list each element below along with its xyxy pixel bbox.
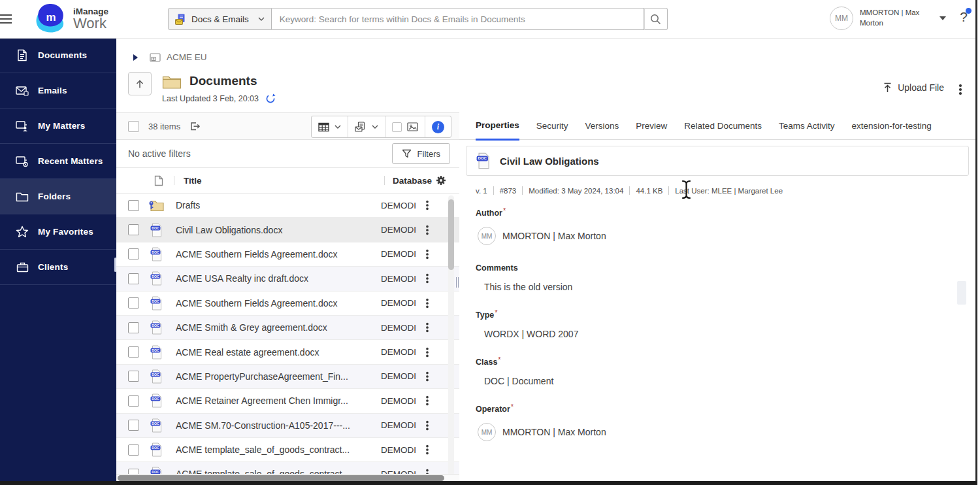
column-header-title[interactable]: Title bbox=[184, 176, 202, 186]
row-database: DEMODI bbox=[381, 396, 421, 406]
list-vertical-scrollbar[interactable] bbox=[448, 195, 454, 477]
row-menu-button[interactable] bbox=[423, 224, 432, 235]
row-title[interactable]: Civil Law Obligations.docx bbox=[176, 225, 367, 235]
row-menu-button[interactable] bbox=[423, 273, 432, 284]
row-menu-button[interactable] bbox=[423, 395, 432, 406]
export-icon[interactable] bbox=[189, 121, 201, 131]
doc-email-view-dropdown[interactable] bbox=[348, 116, 385, 137]
breadcrumb-label[interactable]: ACME EU bbox=[167, 52, 207, 62]
filters-button[interactable]: Filters bbox=[392, 143, 450, 164]
table-row[interactable]: DOC ACME Smith & Grey agreement.docx DEM… bbox=[116, 316, 459, 340]
preview-checkbox[interactable] bbox=[392, 122, 402, 132]
sidebar-item-recent-matters[interactable]: Recent Matters bbox=[0, 144, 116, 179]
user-menu-caret-icon[interactable] bbox=[939, 16, 946, 20]
column-header-database[interactable]: Database bbox=[393, 176, 432, 186]
panel-resize-handle[interactable] bbox=[456, 277, 463, 288]
search-scope-dropdown[interactable]: Docs & Emails bbox=[168, 8, 272, 30]
row-checkbox[interactable] bbox=[128, 346, 139, 358]
header-more-menu-button[interactable] bbox=[956, 84, 965, 95]
row-menu-button[interactable] bbox=[423, 420, 432, 431]
tab-preview[interactable]: Preview bbox=[636, 112, 667, 139]
table-row[interactable]: DOC ACME USA Realty inc draft.docx DEMOD… bbox=[116, 267, 459, 291]
avatar: MM bbox=[478, 227, 496, 245]
row-menu-button[interactable] bbox=[423, 371, 432, 382]
table-row[interactable]: DOC ACME template_sale_of_goods_contract… bbox=[116, 438, 459, 462]
scrollbar-thumb[interactable] bbox=[448, 199, 454, 270]
hamburger-menu-icon[interactable] bbox=[0, 12, 12, 22]
search-input[interactable] bbox=[272, 8, 644, 30]
row-title[interactable]: ACME USA Realty inc draft.docx bbox=[176, 273, 367, 284]
help-button[interactable]: ? bbox=[960, 9, 968, 25]
row-menu-button[interactable] bbox=[423, 322, 432, 333]
row-title[interactable]: ACME Southern Fields Agreement.docx bbox=[176, 249, 367, 259]
row-title[interactable]: ACME SM.70-Construction-A105-2017---... bbox=[176, 420, 367, 431]
row-database: DEMODI bbox=[381, 420, 421, 430]
row-checkbox[interactable] bbox=[128, 395, 139, 407]
sidebar-item-emails[interactable]: Emails bbox=[0, 73, 116, 109]
info-toggle[interactable]: i bbox=[425, 116, 451, 137]
table-row[interactable]: DOC ACME Real estate agreement.docx DEMO… bbox=[116, 340, 459, 364]
breadcrumb: ACME EU bbox=[133, 52, 207, 62]
row-checkbox[interactable] bbox=[128, 248, 139, 259]
row-menu-button[interactable] bbox=[423, 346, 432, 357]
brand-imanage: iManage bbox=[73, 7, 108, 16]
tab-extension-for-testing[interactable]: extension-for-testing bbox=[851, 112, 931, 139]
sidebar-scrollbar[interactable] bbox=[114, 258, 116, 272]
refresh-icon[interactable] bbox=[265, 93, 276, 104]
upload-file-button[interactable]: Upload File bbox=[883, 82, 944, 93]
row-title[interactable]: ACME Southern Fields Agreement.docx bbox=[176, 298, 367, 309]
row-menu-button[interactable] bbox=[423, 298, 432, 309]
select-all-checkbox[interactable] bbox=[128, 121, 139, 132]
table-view-dropdown[interactable] bbox=[312, 116, 348, 137]
active-filters-status: No active filters bbox=[128, 148, 191, 159]
document-icon bbox=[16, 49, 29, 62]
search-button[interactable] bbox=[644, 8, 668, 30]
scrollbar-thumb[interactable] bbox=[118, 475, 444, 481]
row-menu-button[interactable] bbox=[423, 249, 432, 259]
preview-toggle[interactable] bbox=[385, 116, 425, 137]
expand-caret-icon[interactable] bbox=[133, 54, 138, 61]
sidebar-item-folders[interactable]: Folders bbox=[0, 179, 116, 214]
row-checkbox[interactable] bbox=[128, 420, 139, 431]
row-checkbox[interactable] bbox=[128, 371, 139, 382]
row-title[interactable]: ACME Real estate agreement.docx bbox=[176, 347, 367, 358]
tab-security[interactable]: Security bbox=[536, 112, 568, 139]
sidebar-item-my-favorites[interactable]: My Favorites bbox=[0, 214, 116, 250]
table-row[interactable]: DOC ACME Southern Fields Agreement.docx … bbox=[116, 292, 459, 316]
row-checkbox[interactable] bbox=[128, 224, 139, 235]
navigate-up-button[interactable] bbox=[128, 72, 152, 95]
meta-item: v. 1 bbox=[476, 187, 487, 195]
row-menu-button[interactable] bbox=[423, 200, 432, 210]
row-checkbox[interactable] bbox=[128, 273, 139, 284]
tab-versions[interactable]: Versions bbox=[585, 112, 619, 139]
sidebar-item-my-matters[interactable]: My Matters bbox=[0, 109, 116, 144]
table-row[interactable]: DOC ACME Retainer Agreement Chen Immigr.… bbox=[116, 389, 459, 413]
row-title[interactable]: ACME template_sale_of_goods_contract... bbox=[176, 444, 367, 455]
tab-teams-activity[interactable]: Teams Activity bbox=[779, 112, 835, 139]
row-checkbox[interactable] bbox=[128, 297, 139, 309]
table-row[interactable]: Drafts DEMODI bbox=[116, 193, 459, 218]
column-settings-gear-icon[interactable] bbox=[436, 175, 446, 186]
field-comments: Comments* This is the old version bbox=[476, 261, 975, 292]
tab-properties[interactable]: Properties bbox=[476, 112, 519, 141]
table-row[interactable]: DOC ACME Southern Fields Agreement.docx … bbox=[116, 242, 459, 267]
search-scope-label: Docs & Emails bbox=[191, 14, 249, 24]
row-title[interactable]: ACME PropertyPurchaseAgreement_Fin... bbox=[176, 371, 367, 382]
row-menu-button[interactable] bbox=[423, 444, 432, 455]
row-checkbox[interactable] bbox=[128, 322, 139, 333]
row-title[interactable]: ACME Retainer Agreement Chen Immigr... bbox=[176, 395, 367, 406]
row-checkbox[interactable] bbox=[128, 444, 139, 456]
panel-scrollbar-thumb[interactable] bbox=[957, 281, 966, 305]
user-menu[interactable]: MM MMORTON | Max Morton bbox=[830, 7, 946, 30]
table-row[interactable]: DOC ACME SM.70-Construction-A105-2017---… bbox=[116, 414, 459, 438]
table-row[interactable]: DOC Civil Law Obligations.docx DEMODI bbox=[116, 218, 459, 242]
sidebar-item-documents[interactable]: Documents bbox=[0, 38, 116, 73]
tab-related-documents[interactable]: Related Documents bbox=[684, 112, 762, 139]
row-title[interactable]: ACME Smith & Grey agreement.docx bbox=[176, 322, 367, 333]
row-title[interactable]: Drafts bbox=[176, 200, 367, 210]
row-checkbox[interactable] bbox=[128, 200, 139, 211]
doc-type-column-icon[interactable] bbox=[154, 175, 163, 186]
meta-item: 44.1 KB bbox=[636, 187, 662, 195]
sidebar-item-clients[interactable]: Clients bbox=[0, 250, 116, 285]
table-row[interactable]: DOC ACME PropertyPurchaseAgreement_Fin..… bbox=[116, 365, 459, 389]
